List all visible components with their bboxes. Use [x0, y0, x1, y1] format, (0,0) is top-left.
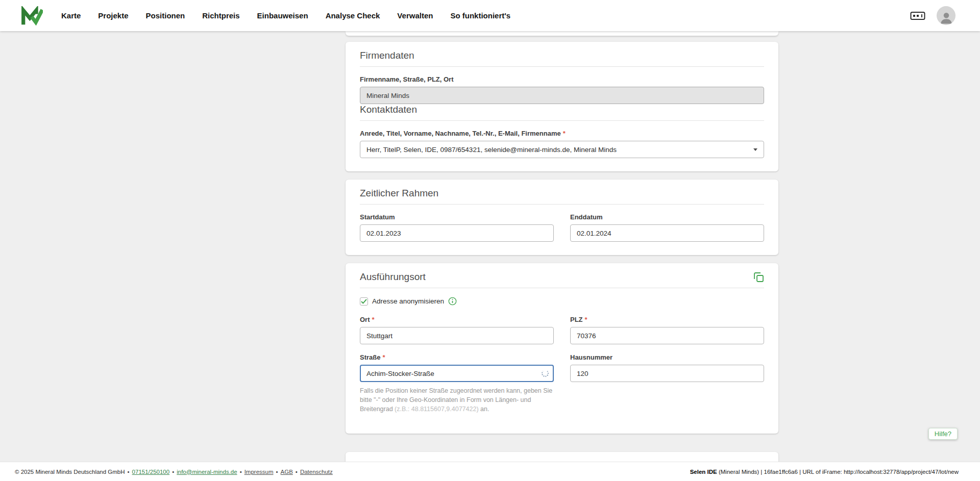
enddatum-label: Enddatum [570, 213, 764, 221]
enddatum-field: Enddatum [570, 213, 764, 242]
separator-dot: • [172, 469, 174, 475]
nav-item-positionen[interactable]: Positionen [146, 11, 185, 20]
startdatum-label: Startdatum [360, 213, 554, 221]
session-details: (Mineral Minds) | 16fae1ffc6a6 | URL of … [717, 469, 959, 475]
company-input [360, 87, 764, 104]
copy-icon[interactable] [753, 272, 764, 283]
strasse-field: Straße* Falls die Position keiner Straße… [360, 353, 554, 420]
footer-links: © 2025 Mineral Minds Deutschland GmbH • … [15, 469, 333, 475]
hausnummer-input[interactable] [570, 365, 764, 382]
plz-label-text: PLZ [570, 316, 583, 323]
strasse-hint: Falls die Position keiner Straße zugeord… [360, 386, 554, 414]
chevron-down-icon [753, 148, 757, 151]
anonymize-label[interactable]: Adresse anonymisieren [372, 297, 444, 305]
navbar-right-section [910, 6, 955, 25]
contact-label: Anrede, Titel, Vorname, Nachname, Tel.-N… [360, 130, 764, 137]
enddatum-input[interactable] [570, 224, 764, 242]
required-asterisk: * [372, 316, 375, 323]
nav-item-projekte[interactable]: Projekte [98, 11, 128, 20]
footer-agb-link[interactable]: AGB [281, 469, 293, 475]
separator-dot: • [296, 469, 298, 475]
ort-label-text: Ort [360, 316, 370, 323]
card-partial-top [346, 31, 778, 36]
server-icon[interactable] [910, 10, 925, 21]
startdatum-input[interactable] [360, 224, 554, 242]
separator-dot: • [276, 469, 278, 475]
divider [360, 204, 764, 205]
nav-item-verwalten[interactable]: Verwalten [397, 11, 433, 20]
ausfuehrungsort-title: Ausführungsort [360, 271, 426, 283]
hausnummer-field: Hausnummer [570, 353, 764, 420]
separator-dot: • [240, 469, 242, 475]
contact-select-value: Herr, TitelP, Selen, IDE, 0987/654321, s… [366, 146, 617, 154]
hint-suffix: an. [479, 406, 489, 413]
hausnummer-label: Hausnummer [570, 353, 764, 361]
footer-session-info: Selen IDE (Mineral Minds) | 16fae1ffc6a6… [690, 469, 959, 475]
nav-item-so-funktionierts[interactable]: So funktioniert's [450, 11, 510, 20]
hint-example: (z.B.: 48.8115607,9.4077422) [395, 406, 478, 413]
mineral-minds-logo[interactable] [20, 6, 43, 26]
divider [360, 288, 764, 288]
divider [360, 66, 764, 67]
card-zeitlicher-rahmen: Zeitlicher Rahmen Startdatum Enddatum [346, 180, 778, 255]
top-navbar: Karte Projekte Positionen Richtpreis Ein… [0, 0, 980, 31]
person-icon [939, 10, 954, 25]
nav-item-richtpreis[interactable]: Richtpreis [202, 11, 239, 20]
ort-input[interactable] [360, 327, 554, 344]
separator-dot: • [128, 469, 130, 475]
copyright-text: © 2025 Mineral Minds Deutschland GmbH [15, 469, 125, 475]
form-content-column: Firmendaten Firmenname, Straße, PLZ, Ort… [346, 31, 778, 481]
footer-impressum-link[interactable]: Impressum [244, 469, 274, 475]
anonymize-row: Adresse anonymisieren [360, 297, 764, 306]
zeitraum-title: Zeitlicher Rahmen [360, 188, 764, 199]
plz-label: PLZ* [570, 316, 764, 323]
user-avatar[interactable] [937, 6, 955, 25]
contact-select[interactable]: Herr, TitelP, Selen, IDE, 0987/654321, s… [360, 141, 764, 158]
company-label: Firmenname, Straße, PLZ, Ort [360, 75, 764, 83]
kontaktdaten-title: Kontaktdaten [360, 104, 764, 115]
plz-input[interactable] [570, 327, 764, 344]
strasse-label-text: Straße [360, 353, 380, 361]
ort-field: Ort* [360, 316, 554, 344]
divider [360, 120, 764, 121]
startdatum-field: Startdatum [360, 213, 554, 242]
contact-label-text: Anrede, Titel, Vorname, Nachname, Tel.-N… [360, 130, 561, 137]
loading-spinner-icon [542, 370, 549, 377]
required-asterisk: * [563, 130, 566, 137]
anonymize-checkbox[interactable] [360, 297, 368, 306]
footer-phone-link[interactable]: 07151/250100 [132, 469, 170, 475]
card-ausfuehrungsort: Ausführungsort Adresse anonymisieren [346, 263, 778, 434]
footer-datenschutz-link[interactable]: Datenschutz [300, 469, 333, 475]
strasse-input[interactable] [360, 365, 554, 382]
firmendaten-title: Firmendaten [360, 50, 764, 61]
required-asterisk: * [382, 353, 385, 361]
nav-item-analyse-check[interactable]: Analyse Check [326, 11, 380, 20]
ort-label: Ort* [360, 316, 554, 323]
page-footer: © 2025 Mineral Minds Deutschland GmbH • … [0, 462, 980, 481]
card-firmendaten: Firmendaten Firmenname, Straße, PLZ, Ort… [346, 42, 778, 171]
nav-item-karte[interactable]: Karte [61, 11, 81, 20]
required-asterisk: * [585, 316, 587, 323]
info-icon[interactable] [448, 297, 457, 306]
help-button[interactable]: Hilfe? [928, 428, 958, 440]
plz-field: PLZ* [570, 316, 764, 344]
session-app-name: Selen IDE [690, 469, 717, 475]
nav-item-einbauweisen[interactable]: Einbauweisen [257, 11, 308, 20]
logo-icon [20, 6, 43, 26]
checkmark-icon [361, 299, 367, 304]
strasse-label: Straße* [360, 353, 554, 361]
footer-email-link[interactable]: info@mineral-minds.de [177, 469, 237, 475]
company-label-text: Firmenname, Straße, PLZ, Ort [360, 75, 454, 83]
main-navigation: Karte Projekte Positionen Richtpreis Ein… [61, 11, 510, 20]
